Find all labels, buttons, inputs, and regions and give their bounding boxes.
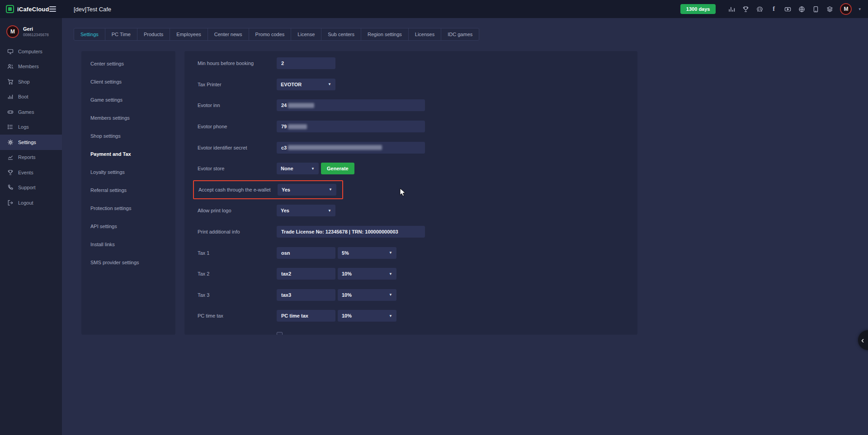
sidebar-item-members[interactable]: Members bbox=[0, 59, 62, 75]
bars-icon bbox=[7, 94, 14, 100]
gear-icon bbox=[7, 139, 14, 145]
subnav-protection-settings[interactable]: Protection settings bbox=[81, 199, 175, 217]
pc-time-tax-name-input[interactable] bbox=[277, 310, 335, 322]
tab-bar: Settings PC Time Products Employees Cent… bbox=[74, 28, 868, 41]
topbar: iCafeCloud [dev]Test Cafe 1300 days f M … bbox=[0, 0, 868, 18]
tab-settings[interactable]: Settings bbox=[74, 28, 105, 41]
row-min-hours: Min hours before booking bbox=[198, 53, 637, 74]
row-evotor-store: Evotor store None ▼ Generate bbox=[198, 158, 637, 179]
field-label: Evotor store bbox=[198, 166, 277, 171]
main-content: Settings PC Time Products Employees Cent… bbox=[62, 18, 868, 435]
print-additional-info-input[interactable] bbox=[277, 226, 425, 238]
row-evotor-phone: Evotor phone 79 bbox=[198, 116, 637, 137]
field-label: Evotor phone bbox=[198, 124, 277, 129]
user-avatar[interactable]: M bbox=[840, 3, 852, 15]
tab-sub-centers[interactable]: Sub centers bbox=[321, 28, 361, 41]
tax3-name-input[interactable] bbox=[277, 289, 335, 301]
sidebar-item-boot[interactable]: Boot bbox=[0, 89, 62, 105]
sidebar-item-computers[interactable]: Computers bbox=[0, 44, 62, 59]
tax2-name-input[interactable] bbox=[277, 268, 335, 280]
hamburger-menu-icon[interactable] bbox=[49, 6, 56, 12]
allow-print-logo-select[interactable]: Yes ▼ bbox=[277, 205, 335, 216]
evotor-secret-input[interactable]: c3 bbox=[277, 142, 425, 154]
row-tax1: Tax 1 5% ▼ bbox=[198, 242, 637, 263]
field-label: Tax Printer bbox=[198, 82, 277, 87]
subnav-referral-settings[interactable]: Referral settings bbox=[81, 181, 175, 199]
sidebar-item-events[interactable]: Events bbox=[0, 165, 62, 180]
tax-printer-select[interactable]: EVOTOR ▼ bbox=[277, 79, 335, 90]
sidebar-item-support[interactable]: Support bbox=[0, 180, 62, 196]
monitor-icon bbox=[7, 48, 14, 55]
tax2-rate-select[interactable]: 10% ▼ bbox=[338, 268, 396, 280]
sidebar-item-games[interactable]: Games bbox=[0, 104, 62, 120]
chevron-down-icon: ▼ bbox=[328, 209, 331, 213]
subnav-members-settings[interactable]: Members settings bbox=[81, 109, 175, 127]
chevron-down-icon[interactable]: ▾ bbox=[859, 7, 861, 11]
evotor-inn-input[interactable]: 24 bbox=[277, 99, 425, 111]
accept-cash-select[interactable]: Yes ▼ bbox=[278, 184, 336, 196]
pc-time-tax-rate-select[interactable]: 10% ▼ bbox=[338, 310, 396, 322]
sidebar-user[interactable]: M Geri 008612345678 bbox=[0, 18, 62, 44]
row-tax-printer: Tax Printer EVOTOR ▼ bbox=[198, 74, 637, 95]
tab-idc-games[interactable]: IDC games bbox=[441, 28, 479, 41]
row-evotor-inn: Evotor inn 24 bbox=[198, 95, 637, 116]
min-hours-input[interactable] bbox=[277, 57, 335, 69]
youtube-icon[interactable] bbox=[784, 5, 791, 13]
evotor-phone-input[interactable]: 79 bbox=[277, 121, 425, 132]
row-print-additional-info: Print additional info bbox=[198, 221, 637, 243]
tax1-rate-select[interactable]: 5% ▼ bbox=[338, 247, 396, 259]
subnav-shop-settings[interactable]: Shop settings bbox=[81, 127, 175, 145]
sidebar-item-reports[interactable]: Reports bbox=[0, 150, 62, 165]
evotor-store-select[interactable]: None ▼ bbox=[277, 163, 319, 174]
row-tax3: Tax 3 10% ▼ bbox=[198, 285, 637, 306]
days-badge[interactable]: 1300 days bbox=[680, 4, 716, 14]
cart-icon bbox=[7, 79, 14, 85]
tab-employees[interactable]: Employees bbox=[170, 28, 208, 41]
subnav-client-settings[interactable]: Client settings bbox=[81, 73, 175, 91]
tab-licenses[interactable]: Licenses bbox=[408, 28, 441, 41]
cafe-title: [dev]Test Cafe bbox=[74, 6, 111, 13]
sidebar-nav: Computers Members Shop Boot Games Logs S… bbox=[0, 44, 62, 210]
redacted-text bbox=[288, 124, 307, 129]
chevron-down-icon: ▼ bbox=[389, 314, 392, 318]
tax1-name-input[interactable] bbox=[277, 247, 335, 259]
layers-icon[interactable] bbox=[826, 5, 833, 13]
subnav-center-settings[interactable]: Center settings bbox=[81, 55, 175, 73]
sidebar-item-logout[interactable]: Logout bbox=[0, 195, 62, 210]
subnav-loyalty-settings[interactable]: Loyalty settings bbox=[81, 163, 175, 181]
trophy-icon[interactable] bbox=[742, 5, 749, 13]
subnav-install-links[interactable]: Install links bbox=[81, 235, 175, 253]
chevron-down-icon: ▼ bbox=[389, 293, 392, 297]
stats-icon[interactable] bbox=[728, 5, 735, 13]
sidebar-item-shop[interactable]: Shop bbox=[0, 74, 62, 89]
sidebar: M Geri 008612345678 Computers Members Sh… bbox=[0, 18, 62, 435]
tab-center-news[interactable]: Center news bbox=[208, 28, 249, 41]
kiosk-icon[interactable] bbox=[812, 5, 819, 13]
tab-products[interactable]: Products bbox=[137, 28, 170, 41]
subnav-sms-provider-settings[interactable]: SMS provider settings bbox=[81, 253, 175, 271]
sidebar-item-logs[interactable]: Logs bbox=[0, 120, 62, 135]
subnav-payment-and-tax[interactable]: Payment and Tax bbox=[81, 145, 175, 163]
chevron-down-icon: ▼ bbox=[389, 272, 392, 276]
brand[interactable]: iCafeCloud bbox=[6, 5, 49, 13]
generate-button[interactable]: Generate bbox=[321, 163, 354, 174]
sidebar-item-settings[interactable]: Settings bbox=[0, 135, 62, 150]
tab-pc-time[interactable]: PC Time bbox=[105, 28, 137, 41]
chevron-down-icon: ▼ bbox=[389, 251, 392, 255]
chevron-down-icon: ▼ bbox=[329, 187, 332, 192]
tab-region-settings[interactable]: Region settings bbox=[361, 28, 409, 41]
globe-icon[interactable] bbox=[798, 5, 805, 13]
subnav-api-settings[interactable]: API settings bbox=[81, 217, 175, 235]
subnav-game-settings[interactable]: Game settings bbox=[81, 91, 175, 109]
tax3-rate-select[interactable]: 10% ▼ bbox=[338, 289, 396, 301]
checkbox-partial[interactable] bbox=[277, 332, 283, 335]
chevron-down-icon: ▼ bbox=[328, 82, 331, 86]
field-label: Accept cash through the e-wallet bbox=[198, 187, 278, 192]
field-label: Tax 1 bbox=[198, 250, 277, 256]
topbar-right: 1300 days f M ▾ bbox=[680, 3, 861, 15]
field-label: Min hours before booking bbox=[198, 61, 277, 66]
discord-icon[interactable] bbox=[756, 5, 763, 13]
tab-license[interactable]: License bbox=[291, 28, 321, 41]
tab-promo-codes[interactable]: Promo codes bbox=[249, 28, 292, 41]
facebook-icon[interactable]: f bbox=[770, 5, 777, 13]
